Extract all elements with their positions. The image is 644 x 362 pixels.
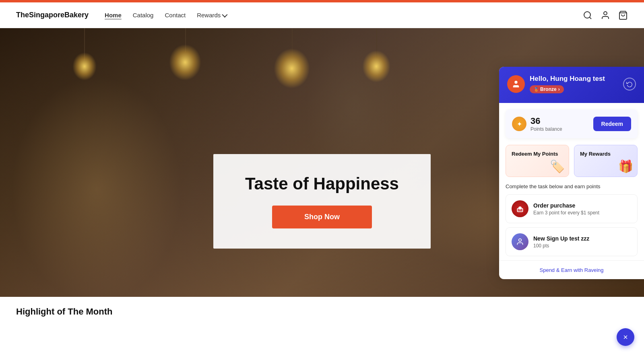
lamp-1 — [72, 52, 97, 80]
points-left: ✦ 36 Points balance — [512, 116, 562, 132]
points-balance-section: ✦ 36 Points balance Redeem — [506, 109, 638, 138]
points-info: 36 Points balance — [530, 116, 562, 132]
footer-link[interactable]: Spend & Earn with Raveing — [540, 267, 604, 273]
task-order-desc: Earn 3 point for every $1 spent — [533, 210, 599, 216]
task-order-name: Order purchase — [533, 202, 599, 209]
history-icon — [626, 81, 633, 87]
shopping-bag-icon — [516, 205, 524, 213]
cart-icon[interactable] — [618, 10, 628, 20]
svg-rect-6 — [517, 208, 522, 212]
user-avatar — [507, 75, 525, 93]
redeem-points-label: Redeem My Points — [512, 151, 563, 158]
history-button[interactable] — [623, 78, 636, 90]
redeem-points-card[interactable]: Redeem My Points 🏷️ — [506, 145, 569, 177]
highlight-title: Highlight of The Month — [16, 306, 628, 317]
svg-point-4 — [514, 81, 517, 84]
hero-section: Taste of Happiness Shop Now Hello, Hung … — [0, 28, 644, 297]
svg-point-0 — [584, 12, 590, 18]
header-icons — [583, 10, 628, 20]
shop-now-button[interactable]: Shop Now — [272, 206, 372, 228]
user-plus-icon — [516, 238, 524, 246]
nav-home[interactable]: Home — [105, 12, 122, 19]
task-signup-desc: 100 pts — [533, 243, 589, 249]
main-nav: Home Catalog Contact Rewards — [105, 12, 226, 19]
my-rewards-icon: 🎁 — [618, 159, 633, 173]
lamp-4 — [362, 50, 390, 82]
points-coin-icon: ✦ — [512, 117, 526, 131]
earn-section-title: Complete the task below and earn points — [506, 183, 638, 189]
account-icon[interactable] — [601, 10, 610, 20]
nav-rewards[interactable]: Rewards — [197, 12, 226, 19]
panel-header-top: Hello, Hung Hoang test 🥉 Bronze › — [507, 75, 636, 93]
task-signup[interactable]: New Sign Up test zzz 100 pts — [506, 227, 638, 256]
earn-section: Complete the task below and earn points … — [499, 183, 644, 256]
hero-title: Taste of Happiness — [229, 174, 415, 193]
panel-header: Hello, Hung Hoang test 🥉 Bronze › — [499, 67, 644, 103]
task-signup-name: New Sign Up test zzz — [533, 235, 589, 242]
panel-footer: Spend & Earn with Raveing — [499, 260, 644, 279]
lamp-3 — [274, 48, 310, 88]
my-rewards-label: My Rewards — [580, 151, 632, 158]
svg-point-2 — [604, 12, 607, 15]
rewards-dropdown-icon — [222, 12, 228, 17]
svg-line-1 — [590, 17, 591, 19]
redeem-button[interactable]: Redeem — [593, 117, 631, 131]
tier-badge[interactable]: 🥉 Bronze › — [530, 85, 564, 93]
lamp-2 — [169, 44, 201, 80]
panel-user-left: Hello, Hung Hoang test 🥉 Bronze › — [507, 75, 605, 93]
site-logo[interactable]: TheSingaporeBakery — [16, 11, 89, 19]
redeem-points-icon: 🏷️ — [550, 159, 565, 173]
nav-catalog[interactable]: Catalog — [133, 12, 154, 19]
svg-point-7 — [519, 239, 522, 242]
my-rewards-card[interactable]: My Rewards 🎁 — [574, 145, 638, 177]
header-left: TheSingaporeBakery Home Catalog Contact … — [16, 11, 226, 19]
nav-rewards-label: Rewards — [197, 12, 221, 19]
task-signup-icon — [512, 233, 528, 250]
tier-label: Bronze — [540, 86, 557, 92]
points-value: 36 — [530, 116, 562, 126]
task-order-info: Order purchase Earn 3 point for every $1… — [533, 202, 599, 216]
rewards-panel: Hello, Hung Hoang test 🥉 Bronze › — [499, 67, 644, 279]
header: TheSingaporeBakery Home Catalog Contact … — [0, 2, 644, 28]
points-label: Points balance — [530, 126, 562, 132]
panel-greeting: Hello, Hung Hoang test — [530, 75, 605, 83]
task-order-icon — [512, 200, 528, 217]
hero-content-box: Taste of Happiness Shop Now — [213, 154, 431, 249]
avatar-icon — [512, 80, 520, 88]
panel-user-info: Hello, Hung Hoang test 🥉 Bronze › — [530, 75, 605, 93]
bottom-section: Highlight of The Month — [0, 297, 644, 362]
search-icon[interactable] — [583, 10, 592, 20]
tier-arrow: › — [558, 86, 560, 92]
task-signup-info: New Sign Up test zzz 100 pts — [533, 235, 589, 249]
task-order-purchase[interactable]: Order purchase Earn 3 point for every $1… — [506, 194, 638, 223]
close-button[interactable]: × — [617, 328, 634, 346]
action-cards: Redeem My Points 🏷️ My Rewards 🎁 — [506, 145, 638, 177]
close-icon: × — [623, 333, 628, 342]
nav-contact[interactable]: Contact — [165, 12, 186, 19]
